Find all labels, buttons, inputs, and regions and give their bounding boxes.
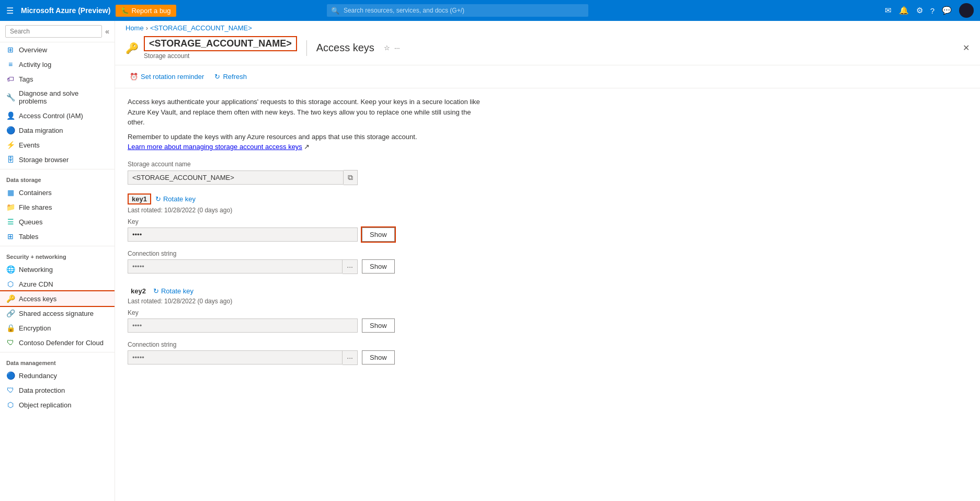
- show-key1-button[interactable]: Show: [362, 227, 395, 242]
- sidebar-item-diagnose[interactable]: 🔧 Diagnose and solve problems: [0, 86, 115, 108]
- sidebar-search-wrap: «: [0, 21, 115, 42]
- sidebar-item-activity-log[interactable]: ≡ Activity log: [0, 57, 115, 72]
- page-title: Access keys: [316, 42, 374, 54]
- topbar-icons: ✉ 🔔 ⚙ ? 💬: [885, 3, 974, 18]
- sidebar-item-data-protection[interactable]: 🛡 Data protection: [0, 383, 115, 397]
- sidebar-item-label: Contoso Defender for Cloud: [19, 339, 104, 347]
- sidebar-item-overview[interactable]: ⊞ Overview: [0, 42, 115, 57]
- sidebar-item-redundancy[interactable]: 🔵 Redundancy: [0, 368, 115, 383]
- sidebar-item-storage-browser[interactable]: 🗄 Storage browser: [0, 152, 115, 167]
- key1-connection-wrap: ···: [128, 259, 358, 274]
- show-key2-button[interactable]: Show: [362, 318, 395, 333]
- sidebar-item-access-control[interactable]: 👤 Access Control (IAM): [0, 108, 115, 123]
- sidebar-item-access-keys[interactable]: 🔑 Access keys: [0, 291, 115, 306]
- networking-icon: 🌐: [6, 265, 15, 274]
- sidebar-item-file-shares[interactable]: 📁 File shares: [0, 200, 115, 214]
- key2-connection-input[interactable]: [128, 350, 343, 365]
- storage-name-field-wrap: ⧉: [128, 170, 358, 185]
- key1-connection-input[interactable]: [128, 259, 343, 274]
- content-toolbar: ⏰ Set rotation reminder ↻ Refresh: [115, 65, 980, 88]
- copy-storage-name-button[interactable]: ⧉: [344, 170, 358, 185]
- resource-title-row: 🔑 <STORAGE_ACCOUNT_NAME> Storage account…: [126, 33, 970, 65]
- redundancy-icon: 🔵: [6, 371, 15, 380]
- mail-icon[interactable]: ✉: [885, 6, 892, 15]
- rotate-key1-button[interactable]: ↻ Rotate key: [155, 195, 196, 203]
- breadcrumb-home[interactable]: Home: [126, 24, 144, 32]
- show-key1-connection-button[interactable]: Show: [362, 259, 395, 274]
- key1-key-row: Show: [128, 227, 483, 242]
- info-text-1: Access keys authenticate your applicatio…: [128, 97, 483, 128]
- sidebar-item-defender[interactable]: 🛡 Contoso Defender for Cloud: [0, 335, 115, 350]
- brand-title: Microsoft Azure (Preview): [21, 6, 110, 15]
- refresh-icon: ↻: [214, 73, 220, 81]
- copy-key1-connection-button[interactable]: ···: [343, 259, 358, 274]
- close-button[interactable]: ✕: [963, 43, 970, 53]
- sidebar-item-label: Networking: [19, 266, 53, 274]
- storage-browser-icon: 🗄: [6, 155, 15, 164]
- storage-account-name-group: Storage account name ⧉: [128, 161, 483, 185]
- resource-icon: 🔑: [126, 42, 139, 54]
- key1-header: key1 ↻ Rotate key: [128, 193, 967, 204]
- notifications-icon[interactable]: 🔔: [899, 6, 909, 15]
- tags-icon: 🏷: [6, 75, 15, 83]
- hamburger-icon[interactable]: ☰: [6, 6, 14, 16]
- sidebar-collapse-button[interactable]: «: [105, 27, 109, 36]
- key1-key-input[interactable]: [128, 227, 358, 242]
- sidebar-item-label: File shares: [19, 203, 52, 211]
- help-icon[interactable]: ?: [930, 6, 935, 15]
- sidebar-search-input[interactable]: [5, 25, 102, 38]
- key1-connection-row: ··· Show: [128, 259, 483, 274]
- tables-icon: ⊞: [6, 232, 15, 241]
- key1-key-label: Key: [128, 218, 483, 225]
- main-layout: « ⊞ Overview ≡ Activity log 🏷 Tags 🔧 Dia…: [0, 21, 980, 501]
- sidebar-item-shared-access[interactable]: 🔗 Shared access signature: [0, 306, 115, 321]
- events-icon: ⚡: [6, 141, 15, 149]
- refresh-button[interactable]: ↻ Refresh: [210, 71, 251, 83]
- more-options-icon[interactable]: ···: [394, 44, 400, 52]
- rotate-key2-button[interactable]: ↻ Rotate key: [153, 287, 193, 295]
- learn-more-link[interactable]: Learn more about managing storage accoun…: [128, 143, 302, 151]
- sidebar-item-tables[interactable]: ⊞ Tables: [0, 229, 115, 244]
- key2-key-row: Show: [128, 318, 483, 333]
- topbar: ☰ Microsoft Azure (Preview) 🐛 Report a b…: [0, 0, 980, 21]
- containers-icon: ▦: [6, 188, 15, 197]
- global-search-input[interactable]: [327, 4, 588, 17]
- cdn-icon: ⬡: [6, 280, 15, 288]
- key2-connection-label: Connection string: [128, 341, 483, 348]
- sidebar-item-data-migration[interactable]: 🔵 Data migration: [0, 123, 115, 138]
- sidebar-item-label: Object replication: [19, 401, 71, 409]
- sidebar-item-object-replication[interactable]: ⬡ Object replication: [0, 397, 115, 412]
- key2-connection-group: Connection string ··· Show: [128, 341, 483, 365]
- sidebar-item-tags[interactable]: 🏷 Tags: [0, 72, 115, 86]
- key2-key-input[interactable]: [128, 318, 358, 333]
- report-bug-button[interactable]: 🐛 Report a bug: [116, 5, 176, 17]
- sidebar-item-azure-cdn[interactable]: ⬡ Azure CDN: [0, 277, 115, 291]
- sidebar-item-networking[interactable]: 🌐 Networking: [0, 262, 115, 277]
- set-rotation-button[interactable]: ⏰ Set rotation reminder: [126, 71, 208, 83]
- breadcrumb-resource[interactable]: <STORAGE_ACCOUNT_NAME>: [150, 24, 252, 32]
- sidebar-item-containers[interactable]: ▦ Containers: [0, 185, 115, 200]
- global-search: 🔍: [327, 4, 588, 17]
- favorite-icon[interactable]: ☆: [384, 44, 390, 52]
- show-key2-connection-button[interactable]: Show: [362, 350, 395, 365]
- data-protection-icon: 🛡: [6, 386, 15, 394]
- sidebar-item-encryption[interactable]: 🔒 Encryption: [0, 321, 115, 335]
- sidebar-item-label: Data protection: [19, 386, 65, 394]
- sidebar-item-label: Access Control (IAM): [19, 112, 83, 120]
- data-mgmt-section-label: Data management: [0, 355, 115, 368]
- sidebar-item-queues[interactable]: ☰ Queues: [0, 214, 115, 229]
- title-separator: [306, 40, 307, 56]
- sidebar-item-label: Access keys: [19, 295, 56, 303]
- sidebar-item-label: Tags: [19, 75, 33, 83]
- divider: [0, 169, 115, 169]
- key1-section: key1 ↻ Rotate key Last rotated: 10/28/20…: [128, 193, 967, 274]
- title-actions: ☆ ···: [384, 44, 400, 52]
- storage-name-input[interactable]: [128, 170, 344, 185]
- feedback-icon[interactable]: 💬: [942, 6, 952, 15]
- user-avatar[interactable]: [959, 3, 974, 18]
- copy-key2-connection-button[interactable]: ···: [343, 350, 358, 365]
- sidebar-item-label: Containers: [19, 189, 52, 197]
- key2-badge: key2: [128, 287, 149, 295]
- settings-icon[interactable]: ⚙: [916, 6, 923, 15]
- sidebar-item-events[interactable]: ⚡ Events: [0, 138, 115, 152]
